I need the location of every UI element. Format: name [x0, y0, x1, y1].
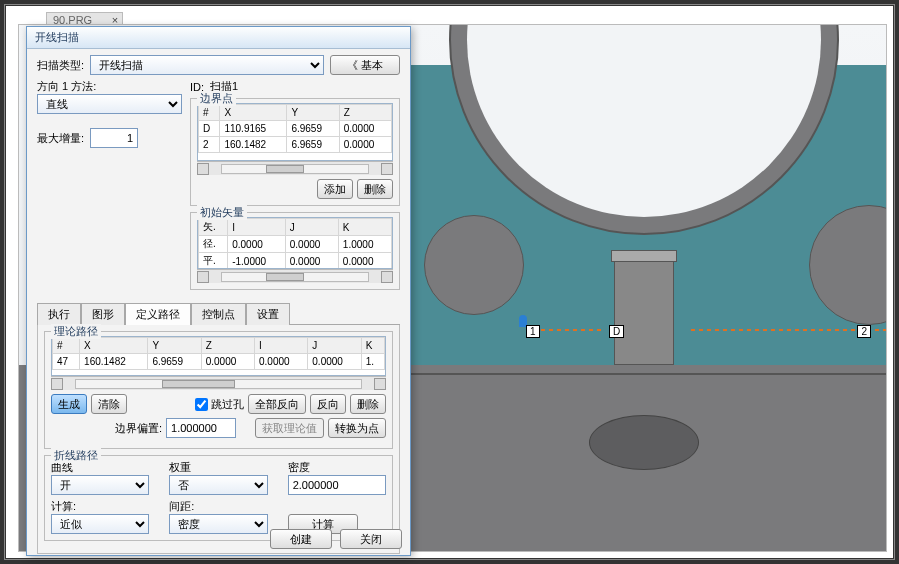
reverse-button[interactable]: 反向: [310, 394, 346, 414]
scan-path: [539, 327, 604, 333]
get-theo-button: 获取理论值: [255, 418, 324, 438]
tab-define-path[interactable]: 定义路径: [125, 303, 191, 325]
boundary-table[interactable]: #XYZ D110.91656.96590.0000 2160.14826.96…: [198, 104, 392, 153]
point-marker-2[interactable]: 2: [857, 325, 871, 338]
initvec-group: 初始矢量 矢.IJK 径.0.00000.00001.0000 平.-1.000…: [190, 212, 400, 290]
tabs: 执行 图形 定义路径 控制点 设置: [37, 302, 400, 325]
delete-button[interactable]: 删除: [357, 179, 393, 199]
boundary-group: 边界点 #XYZ D110.91656.96590.0000 2160.1482…: [190, 98, 400, 206]
tab-settings[interactable]: 设置: [246, 303, 290, 325]
hscrollbar[interactable]: III: [197, 161, 393, 175]
initvec-table[interactable]: 矢.IJK 径.0.00000.00001.0000 平.-1.00000.00…: [198, 218, 392, 269]
offset-input[interactable]: [166, 418, 236, 438]
point-marker-1[interactable]: 1: [526, 325, 540, 338]
hscrollbar[interactable]: III: [197, 269, 393, 283]
theo-path-table[interactable]: #XYZIJK 47160.14826.96590.00000.00000.00…: [52, 337, 385, 370]
calc-select[interactable]: 近似: [51, 514, 149, 534]
close-button[interactable]: 关闭: [340, 529, 402, 549]
add-button[interactable]: 添加: [317, 179, 353, 199]
tab-control-pts[interactable]: 控制点: [191, 303, 246, 325]
scan-type-select[interactable]: 开线扫描: [90, 55, 324, 75]
to-point-button[interactable]: 转换为点: [328, 418, 386, 438]
reverse-all-button[interactable]: 全部反向: [248, 394, 306, 414]
table-row: 47160.14826.96590.00000.00000.00001.: [53, 354, 385, 370]
theo-path-group: 理论路径 #XYZIJK 47160.14826.96590.00000.000…: [44, 331, 393, 449]
dialog-title[interactable]: 开线扫描: [27, 27, 410, 49]
tab-execute[interactable]: 执行: [37, 303, 81, 325]
table-row: 2160.14826.96590.0000: [199, 137, 392, 153]
table-row: 径.0.00000.00001.0000: [199, 236, 392, 253]
curve-select[interactable]: 开: [51, 475, 149, 495]
scan-type-label: 扫描类型:: [37, 58, 84, 73]
basic-button[interactable]: 《 基本: [330, 55, 400, 75]
dist-select[interactable]: 密度: [169, 514, 267, 534]
create-button[interactable]: 创建: [270, 529, 332, 549]
delete-path-button[interactable]: 删除: [350, 394, 386, 414]
skip-hole-checkbox[interactable]: 跳过孔: [195, 397, 244, 412]
offset-label: 边界偏置:: [115, 421, 162, 436]
hscrollbar[interactable]: III: [51, 376, 386, 390]
weight-select[interactable]: 否: [169, 475, 267, 495]
max-inc-input[interactable]: [90, 128, 138, 148]
density-input[interactable]: [288, 475, 386, 495]
max-inc-label: 最大增量:: [37, 131, 84, 146]
table-row: D110.91656.96590.0000: [199, 121, 392, 137]
table-row: 平.-1.00000.00000.0000: [199, 253, 392, 270]
dir-method-select[interactable]: 直线: [37, 94, 182, 114]
scan-dialog: 开线扫描 扫描类型: 开线扫描 《 基本 方向 1 方法: 直线 最大增量: I…: [26, 26, 411, 556]
tab-graphic[interactable]: 图形: [81, 303, 125, 325]
point-marker-d[interactable]: D: [609, 325, 624, 338]
clear-button[interactable]: 清除: [91, 394, 127, 414]
generate-button[interactable]: 生成: [51, 394, 87, 414]
dir-method-label: 方向 1 方法:: [37, 79, 182, 94]
